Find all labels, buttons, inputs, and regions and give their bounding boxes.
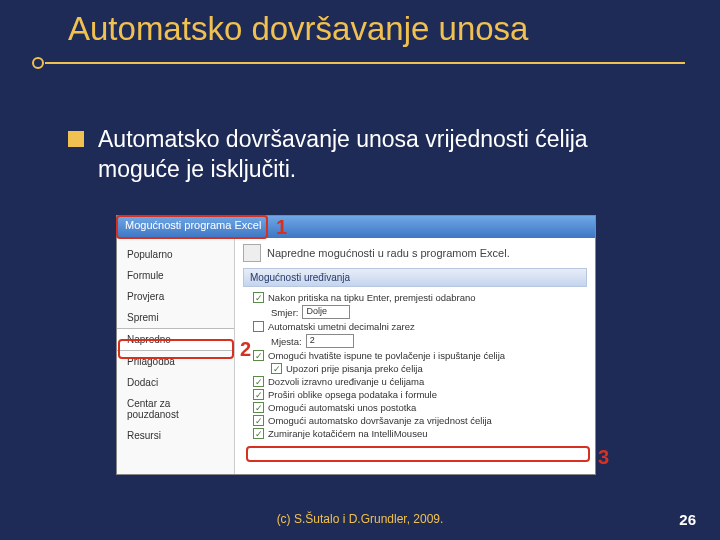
checkbox-icon[interactable] — [253, 321, 264, 332]
opt-auto-percent[interactable]: ✓ Omogući automatski unos postotka — [243, 401, 587, 414]
opt-label: Omogući automatski unos postotka — [268, 402, 416, 413]
opt-direct-edit[interactable]: ✓ Dozvoli izravno uređivanje u ćelijama — [243, 375, 587, 388]
callout-box-1 — [116, 215, 268, 239]
right-pane-header: Napredne mogućnosti u radu s programom E… — [243, 242, 587, 268]
opt-smjer: Smjer: Dolje — [243, 304, 587, 320]
dialog-right-pane: Napredne mogućnosti u radu s programom E… — [235, 238, 595, 474]
checkbox-icon[interactable]: ✓ — [271, 363, 282, 374]
opt-mjesta: Mjesta: 2 — [243, 333, 587, 349]
right-pane-header-text: Napredne mogućnosti u radu s programom E… — [267, 247, 510, 259]
title-dot — [32, 57, 44, 69]
mjesta-input[interactable]: 2 — [306, 334, 354, 348]
opt-label: Zumiranje kotačićem na IntelliMouseu — [268, 428, 427, 439]
checkbox-icon[interactable]: ✓ — [253, 415, 264, 426]
opt-label: Upozori prije pisanja preko ćelija — [286, 363, 423, 374]
opt-warn-overwrite[interactable]: ✓ Upozori prije pisanja preko ćelija — [243, 362, 587, 375]
sidebar-item-resursi[interactable]: Resursi — [117, 425, 234, 446]
opt-label: Nakon pritiska na tipku Enter, premjesti… — [268, 292, 476, 303]
checkbox-icon[interactable]: ✓ — [253, 402, 264, 413]
opt-extend-ranges[interactable]: ✓ Proširi oblike opsega podataka i formu… — [243, 388, 587, 401]
sidebar-item-formule[interactable]: Formule — [117, 265, 234, 286]
sidebar-item-popularno[interactable]: Popularno — [117, 244, 234, 265]
checkbox-icon[interactable]: ✓ — [253, 292, 264, 303]
opt-decimal[interactable]: Automatski umetni decimalni zarez — [243, 320, 587, 333]
checkbox-icon[interactable]: ✓ — [253, 376, 264, 387]
sidebar-item-provjera[interactable]: Provjera — [117, 286, 234, 307]
opt-fill-handle[interactable]: ✓ Omogući hvatište ispune te povlačenje … — [243, 349, 587, 362]
opt-label: Proširi oblike opsega podataka i formule — [268, 389, 437, 400]
sidebar-item-centar[interactable]: Centar za pouzdanost — [117, 393, 234, 425]
opt-enter-move[interactable]: ✓ Nakon pritiska na tipku Enter, premjes… — [243, 291, 587, 304]
section-editing: Mogućnosti uređivanja — [243, 268, 587, 287]
opt-label: Omogući hvatište ispune te povlačenje i … — [268, 350, 505, 361]
opt-intellimouse[interactable]: ✓ Zumiranje kotačićem na IntelliMouseu — [243, 427, 587, 440]
opt-autocomplete[interactable]: ✓ Omogući automatsko dovršavanje za vrij… — [243, 414, 587, 427]
checkbox-icon[interactable]: ✓ — [253, 350, 264, 361]
smjer-select[interactable]: Dolje — [302, 305, 350, 319]
title-underline — [45, 62, 685, 64]
sidebar-item-dodaci[interactable]: Dodaci — [117, 372, 234, 393]
opt-label: Dozvoli izravno uređivanje u ćelijama — [268, 376, 424, 387]
callout-number-3: 3 — [598, 446, 609, 469]
sidebar-item-spremi[interactable]: Spremi — [117, 307, 234, 328]
callout-number-1: 1 — [276, 216, 287, 239]
bullet-block: Automatsko dovršavanje unosa vrijednosti… — [68, 125, 668, 185]
callout-box-3 — [246, 446, 590, 462]
slide-title: Automatsko dovršavanje unosa — [68, 10, 528, 48]
opt-label: Automatski umetni decimalni zarez — [268, 321, 415, 332]
bullet-text: Automatsko dovršavanje unosa vrijednosti… — [98, 125, 668, 185]
checkbox-icon[interactable]: ✓ — [253, 389, 264, 400]
callout-number-2: 2 — [240, 338, 251, 361]
mjesta-label: Mjesta: — [271, 336, 302, 347]
bullet-icon — [68, 131, 84, 147]
smjer-label: Smjer: — [271, 307, 298, 318]
callout-box-2 — [118, 339, 234, 359]
settings-icon — [243, 244, 261, 262]
copyright: (c) S.Šutalo i D.Grundler, 2009. — [0, 512, 720, 526]
page-number: 26 — [679, 511, 696, 528]
checkbox-icon[interactable]: ✓ — [253, 428, 264, 439]
opt-label: Omogući automatsko dovršavanje za vrijed… — [268, 415, 492, 426]
